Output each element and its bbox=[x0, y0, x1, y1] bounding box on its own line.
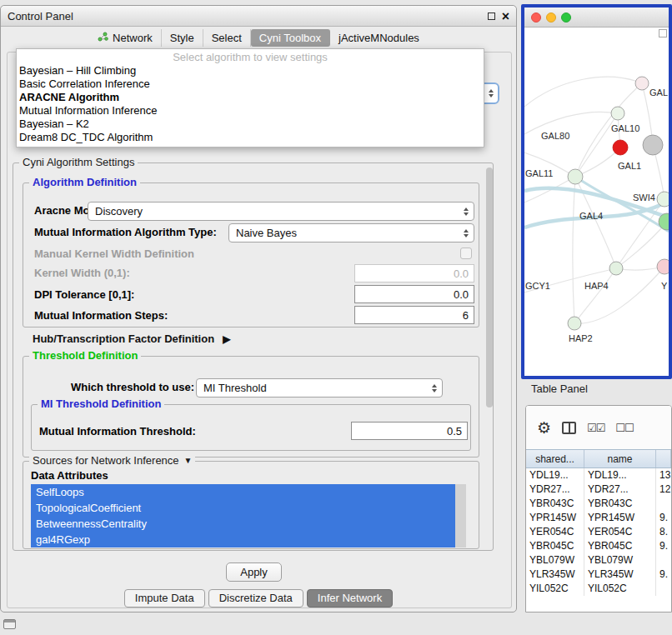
network-node-red[interactable] bbox=[613, 140, 628, 155]
tab-impute-data[interactable]: Impute Data bbox=[124, 589, 205, 608]
algorithm-option[interactable]: Bayesian – Hill Climbing bbox=[17, 64, 484, 78]
cell[interactable]: YDR27... bbox=[584, 482, 656, 497]
scrollbar-thumb[interactable] bbox=[486, 168, 493, 408]
network-node[interactable] bbox=[568, 169, 583, 184]
cell[interactable]: YDR27... bbox=[526, 482, 584, 497]
mi-threshold-label: Mutual Information Threshold: bbox=[39, 422, 196, 441]
attribute-item[interactable]: TopologicalCoefficient bbox=[31, 500, 455, 516]
cell[interactable]: YIL052C bbox=[584, 582, 656, 596]
panel-dock-icon[interactable] bbox=[3, 619, 16, 629]
cell[interactable]: YPR145W bbox=[526, 511, 584, 525]
table-row[interactable]: YBR045C YBR045C 9. bbox=[526, 539, 671, 553]
cell[interactable]: YDL19... bbox=[584, 468, 656, 482]
cell[interactable]: YBR043C bbox=[526, 497, 584, 511]
attribute-item[interactable]: gal4RGexp bbox=[31, 532, 455, 548]
cell[interactable]: YLR345W bbox=[526, 568, 584, 582]
column-header-clipped[interactable] bbox=[656, 450, 671, 468]
select-all-icon[interactable]: ☑☑ bbox=[587, 422, 604, 434]
which-threshold-select[interactable]: MI Threshold bbox=[196, 378, 443, 398]
settings-scrollbar[interactable] bbox=[485, 166, 494, 548]
tab-jactivemnodules[interactable]: jActiveMNodules bbox=[330, 29, 428, 47]
deselect-all-icon[interactable]: ☐☐ bbox=[615, 422, 633, 434]
cell[interactable]: 9. bbox=[656, 568, 671, 582]
cell[interactable] bbox=[656, 553, 671, 568]
dpi-tolerance-field[interactable]: 0.0 bbox=[354, 285, 474, 303]
mi-steps-field[interactable]: 6 bbox=[354, 306, 474, 324]
table-row[interactable]: YDR27... YDR27... 12 bbox=[526, 482, 671, 497]
network-node[interactable] bbox=[568, 317, 581, 330]
attribute-item[interactable]: SelfLoops bbox=[31, 484, 455, 500]
mi-threshold-field[interactable]: 0.5 bbox=[351, 422, 468, 440]
tab-select[interactable]: Select bbox=[203, 29, 251, 47]
apply-button[interactable]: Apply bbox=[226, 562, 282, 582]
algorithm-option[interactable]: Basic Correlation Inference bbox=[17, 78, 484, 91]
cell[interactable]: YBR045C bbox=[584, 539, 656, 553]
algorithm-option[interactable]: Bayesian – K2 bbox=[17, 118, 484, 131]
tab-cyni-toolbox[interactable]: Cyni Toolbox bbox=[251, 29, 330, 47]
table-row[interactable]: YPR145W YPR145W 9. bbox=[526, 511, 671, 525]
tab-infer-network[interactable]: Infer Network bbox=[307, 589, 393, 608]
cell[interactable]: YBL079W bbox=[526, 553, 584, 568]
close-icon[interactable]: × bbox=[502, 10, 509, 23]
mi-steps-label: Mutual Information Steps: bbox=[34, 307, 168, 325]
cell[interactable]: 12 bbox=[656, 482, 671, 497]
network-canvas[interactable]: GAL GAL80 GAL10 GAL11 GAL1 SWI4 GAL4 GCY… bbox=[524, 28, 669, 355]
mi-type-select[interactable]: Naive Bayes bbox=[228, 223, 474, 242]
node-label: GAL1 bbox=[618, 161, 641, 171]
close-traffic-light-icon[interactable] bbox=[531, 12, 541, 22]
cell[interactable] bbox=[656, 582, 671, 596]
control-panel-titlebar[interactable]: Control Panel × bbox=[1, 6, 516, 27]
minimize-traffic-light-icon[interactable] bbox=[546, 12, 556, 22]
cell[interactable]: YPR145W bbox=[584, 511, 656, 525]
network-node-pink[interactable] bbox=[657, 259, 669, 274]
tab-discretize-data[interactable]: Discretize Data bbox=[208, 589, 303, 608]
cell[interactable]: YDL19... bbox=[526, 468, 584, 482]
kernel-width-field[interactable]: 0.0 bbox=[354, 264, 474, 282]
gear-icon[interactable]: ⚙ bbox=[537, 420, 551, 436]
algorithm-option[interactable]: Dream8 DC_TDC Algorithm bbox=[17, 131, 484, 144]
cell[interactable]: 9. bbox=[656, 539, 671, 553]
cell[interactable]: YIL052C bbox=[526, 582, 584, 596]
table-row[interactable]: YIL052C YIL052C bbox=[526, 582, 671, 596]
cell[interactable]: YLR345W bbox=[584, 568, 656, 582]
manual-kernel-checkbox[interactable] bbox=[460, 248, 472, 259]
tab-network[interactable]: Network bbox=[89, 29, 162, 47]
network-node[interactable] bbox=[611, 107, 624, 120]
network-node[interactable] bbox=[657, 192, 669, 207]
cell[interactable]: YER054C bbox=[526, 525, 584, 539]
algorithm-option[interactable]: Mutual Information Inference bbox=[17, 104, 484, 118]
table-row[interactable]: YDL19... YDL19... 13 bbox=[526, 468, 671, 482]
tab-style[interactable]: Style bbox=[162, 29, 203, 47]
zoom-traffic-light-icon[interactable] bbox=[561, 12, 571, 22]
node-label: GCY1 bbox=[525, 281, 550, 291]
cell[interactable]: YER054C bbox=[584, 525, 656, 539]
combo-arrows-icon bbox=[464, 208, 469, 216]
table-row[interactable]: YLR345W YLR345W 9. bbox=[526, 568, 671, 582]
aracne-mode-select[interactable]: Discovery bbox=[88, 202, 474, 221]
float-window-icon[interactable] bbox=[488, 12, 495, 20]
column-header-name[interactable]: name bbox=[584, 450, 656, 468]
node-label: HAP4 bbox=[584, 281, 609, 291]
list-scrollbar[interactable] bbox=[455, 484, 466, 548]
cell[interactable]: 9. bbox=[656, 511, 671, 525]
columns-icon[interactable] bbox=[562, 422, 576, 434]
expanded-arrow-icon[interactable]: ▼ bbox=[184, 456, 193, 465]
column-header-shared-name[interactable]: shared... bbox=[526, 450, 584, 468]
hub-definition-toggle[interactable]: Hub/Transcription Factor Definition ▶ bbox=[33, 332, 230, 345]
network-window-titlebar[interactable] bbox=[524, 8, 669, 28]
cell[interactable]: 8. bbox=[656, 525, 671, 539]
attribute-item[interactable]: BetweennessCentrality bbox=[31, 516, 455, 532]
table-row[interactable]: YER054C YER054C 8. bbox=[526, 525, 671, 539]
cell[interactable]: 13 bbox=[656, 468, 671, 482]
network-node-gray[interactable] bbox=[643, 135, 663, 155]
cell[interactable]: YBR045C bbox=[526, 539, 584, 553]
table-row[interactable]: YBR043C YBR043C bbox=[526, 497, 671, 511]
algorithm-option-selected[interactable]: ARACNE Algorithm bbox=[17, 91, 484, 104]
cell[interactable]: YBR043C bbox=[584, 497, 656, 511]
cell[interactable]: YBL079W bbox=[584, 553, 656, 568]
node-label: GAL80 bbox=[541, 131, 569, 141]
network-node[interactable] bbox=[609, 262, 623, 275]
table-row[interactable]: YBL079W YBL079W bbox=[526, 553, 671, 568]
cell[interactable] bbox=[656, 497, 671, 511]
network-node[interactable] bbox=[635, 77, 649, 90]
